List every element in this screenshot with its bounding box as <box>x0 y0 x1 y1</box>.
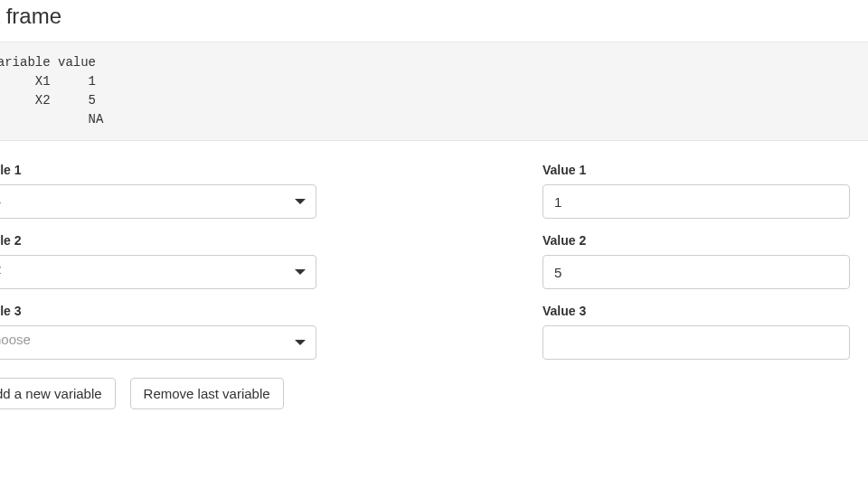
add-variable-button[interactable]: dd a new variable <box>0 378 116 409</box>
value-2-label: Value 2 <box>542 233 868 248</box>
variable-3-select[interactable]: hoose <box>0 325 316 360</box>
value-2-group: Value 2 <box>542 233 868 289</box>
variable-3-group: iable 3 hoose <box>0 304 316 360</box>
value-3-label: Value 3 <box>542 304 868 318</box>
value-3-input[interactable] <box>542 325 850 360</box>
variable-3-label: iable 3 <box>0 304 316 318</box>
variable-2-group: iable 2 2 <box>0 233 316 289</box>
variable-1-label: iable 1 <box>0 163 316 177</box>
variable-1-value[interactable]: 1 <box>0 184 316 219</box>
variable-1-group: iable 1 1 <box>0 163 316 219</box>
data-frame-preview: variable value X1 1 X2 5 NA <box>0 42 868 141</box>
value-3-group: Value 3 <box>542 304 868 360</box>
value-1-label: Value 1 <box>542 163 868 177</box>
variable-3-value[interactable]: hoose <box>0 325 316 360</box>
variable-1-select[interactable]: 1 <box>0 184 316 219</box>
variable-2-select[interactable]: 2 <box>0 255 316 289</box>
value-2-input[interactable] <box>542 255 850 289</box>
value-1-group: Value 1 <box>542 163 868 219</box>
remove-last-variable-button[interactable]: Remove last variable <box>130 378 284 409</box>
value-1-input[interactable] <box>542 184 850 219</box>
page-title: ta frame <box>0 0 868 29</box>
variable-2-value[interactable]: 2 <box>0 255 316 289</box>
variable-2-label: iable 2 <box>0 233 316 248</box>
